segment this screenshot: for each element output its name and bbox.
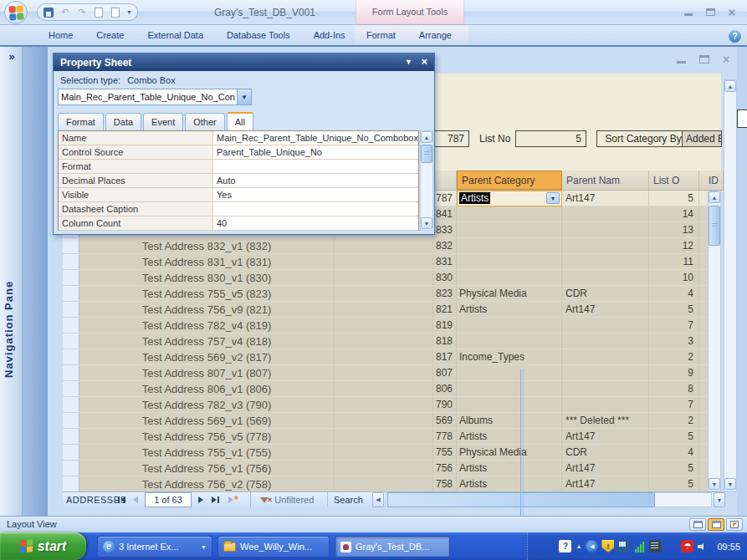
datasheet-scrollbar-thumb[interactable] <box>709 206 720 246</box>
property-value[interactable]: Yes <box>213 188 418 202</box>
unique-no-cell[interactable]: 821 <box>433 302 457 318</box>
close-button[interactable]: × <box>724 5 740 18</box>
ribbon-tab[interactable]: External Data <box>139 25 212 45</box>
address-cell[interactable]: Test Address 569_v1 (569) <box>79 413 335 429</box>
taskbar-button-folder[interactable]: Wee_Willy_Win... <box>217 536 330 557</box>
ribbon-tab[interactable]: Database Tools <box>218 25 299 45</box>
empty-cell[interactable] <box>335 381 433 397</box>
property-value[interactable]: Auto <box>213 174 418 188</box>
property-sheet-tab[interactable]: Event <box>143 113 183 130</box>
volume-icon[interactable] <box>697 540 709 552</box>
parent-name-cell[interactable] <box>562 254 649 270</box>
list-order-cell[interactable]: 13 <box>649 222 699 238</box>
parent-name-cell[interactable]: Art147 <box>562 191 649 206</box>
parent-category-cell[interactable]: Artists ▼ <box>457 476 562 491</box>
form-view-button[interactable] <box>689 518 706 531</box>
address-cell[interactable]: Test Address 756_v2 (758) <box>79 476 335 491</box>
scroll-up-icon[interactable]: ▲ <box>709 191 720 203</box>
property-sheet-menu-icon[interactable]: ▼ <box>405 58 412 66</box>
unique-no-cell[interactable]: 569 <box>433 413 457 429</box>
filter-status[interactable]: × Unfiltered <box>260 492 314 507</box>
property-name[interactable]: Control Source <box>59 145 213 160</box>
empty-cell[interactable] <box>335 413 433 429</box>
list-order-cell[interactable]: 4 <box>649 445 699 461</box>
list-order-cell[interactable]: 3 <box>649 333 699 349</box>
list-order-cell[interactable]: 2 <box>649 349 699 365</box>
unique-no-cell[interactable]: 818 <box>433 333 457 349</box>
unique-no-cell[interactable]: 806 <box>433 381 457 397</box>
property-sheet-title-bar[interactable]: Property Sheet ▼ × <box>54 53 434 71</box>
ribbon-tab[interactable]: Create <box>88 25 132 45</box>
list-order-cell[interactable]: 5 <box>649 476 699 491</box>
unique-no-cell[interactable]: 756 <box>433 461 457 476</box>
id-cell[interactable] <box>699 254 708 270</box>
property-name[interactable]: Format <box>59 160 213 174</box>
horizontal-scrollbar-thumb[interactable] <box>387 492 655 507</box>
child-close-button[interactable]: × <box>719 53 733 65</box>
parent-name-cell[interactable]: *** Deleted *** <box>562 413 649 429</box>
parent-category-cell[interactable]: ▼ <box>457 206 562 222</box>
empty-cell[interactable] <box>335 461 433 476</box>
back-circle-icon[interactable]: ◀ <box>586 540 598 552</box>
form-vertical-scrollbar[interactable] <box>724 79 737 491</box>
layout-view-button[interactable] <box>708 518 724 531</box>
record-selector[interactable] <box>63 349 79 365</box>
parent-category-cell[interactable]: Artists ▼ <box>457 191 562 206</box>
parent-category-cell[interactable]: ▼ <box>457 254 562 270</box>
empty-cell[interactable] <box>335 365 433 381</box>
parent-name-cell[interactable] <box>562 318 649 333</box>
property-name[interactable]: Decimal Places <box>59 174 213 188</box>
minimize-button[interactable] <box>680 5 697 18</box>
empty-cell[interactable] <box>335 302 433 318</box>
sort-category-by-button[interactable]: Sort Category By <box>596 130 690 147</box>
design-view-button[interactable] <box>726 518 743 531</box>
address-cell[interactable]: Test Address 831_v1 (831) <box>79 254 335 270</box>
list-order-cell[interactable]: 4 <box>649 286 699 302</box>
id-cell[interactable] <box>699 476 708 491</box>
record-selector[interactable] <box>63 254 79 270</box>
empty-cell[interactable] <box>335 333 433 349</box>
list-order-cell[interactable]: 14 <box>649 206 699 222</box>
unique-no-cell[interactable]: 807 <box>433 365 457 381</box>
parent-category-cell[interactable]: Physical Media ▼ <box>457 286 562 302</box>
address-cell[interactable]: Test Address 569_v2 (817) <box>79 349 335 365</box>
property-name[interactable]: Datasheet Caption <box>59 202 213 216</box>
parent-name-cell[interactable]: Art147 <box>562 302 649 318</box>
first-record-button[interactable] <box>118 492 125 507</box>
id-cell[interactable] <box>699 413 708 429</box>
property-sheet-tab[interactable]: Format <box>58 113 104 130</box>
updates-icon[interactable] <box>665 540 678 552</box>
navigation-pane-expand-button[interactable]: » <box>3 50 20 65</box>
id-cell[interactable] <box>699 349 708 365</box>
new-record-button[interactable]: * <box>228 492 238 507</box>
list-order-cell[interactable]: 5 <box>649 191 699 206</box>
unique-no-cell[interactable]: 778 <box>433 429 457 445</box>
record-selector[interactable] <box>63 365 79 381</box>
journal-help-icon[interactable]: ? <box>559 540 571 552</box>
id-cell[interactable] <box>699 191 708 206</box>
property-value[interactable] <box>213 202 418 216</box>
record-selector[interactable] <box>63 397 79 413</box>
address-cell[interactable]: Test Address 755_v1 (755) <box>79 445 335 461</box>
empty-cell[interactable] <box>335 318 433 333</box>
unique-no-cell[interactable]: 830 <box>433 270 457 286</box>
property-sheet-tab[interactable]: Data <box>105 113 141 130</box>
signal-bars-icon[interactable] <box>633 540 646 552</box>
previous-record-button[interactable] <box>133 492 138 507</box>
ribbon-tab[interactable]: Add-Ins <box>305 25 354 45</box>
record-position-field[interactable]: 1 of 63 <box>145 492 192 507</box>
empty-cell[interactable] <box>335 445 433 461</box>
parent-category-cell[interactable]: Albums ▼ <box>457 413 562 429</box>
child-minimize-button[interactable] <box>674 53 688 65</box>
parent-category-cell[interactable]: Artists ▼ <box>457 461 562 476</box>
control-selector-combobox[interactable]: Main_Rec_Parent_Table_Unique_No_Con ▼ <box>58 89 252 105</box>
address-cell[interactable]: Test Address 830_v1 (830) <box>79 270 335 286</box>
print-preview-icon[interactable] <box>93 7 104 18</box>
id-cell[interactable] <box>699 286 708 302</box>
record-selector[interactable] <box>63 476 79 491</box>
unique-no-cell[interactable]: 819 <box>433 318 457 333</box>
ribbon-tab[interactable]: Home <box>40 25 81 45</box>
record-selector[interactable] <box>63 429 79 445</box>
list-order-cell[interactable]: 5 <box>649 302 699 318</box>
property-value[interactable]: 40 <box>213 216 418 231</box>
